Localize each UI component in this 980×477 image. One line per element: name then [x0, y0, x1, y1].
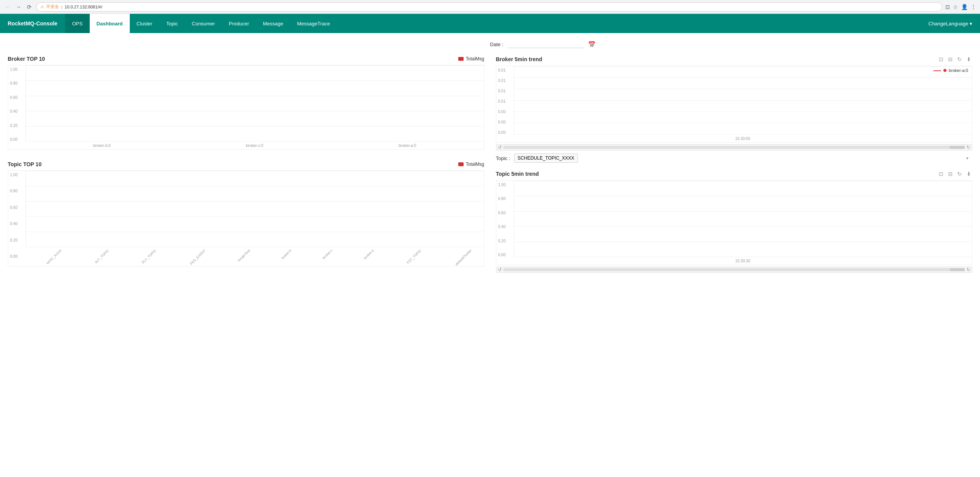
- topic-trend-area: [514, 181, 972, 257]
- broker-top10-section: Broker TOP 10 TotalMsg 1.00 0.80 0.60 0.…: [8, 56, 484, 150]
- topic-trend-actions: ⊡ ⊟ ↻ ⬇: [938, 170, 972, 177]
- broker-trend-title: Broker 5min trend: [496, 56, 543, 62]
- broker-trend-header: Broker 5min trend ⊡ ⊟ ↻ ⬇: [496, 56, 973, 63]
- topic-expand-icon[interactable]: ⊡: [938, 170, 945, 177]
- back-button[interactable]: ←: [4, 3, 12, 11]
- menu-icon[interactable]: ⋮: [971, 4, 976, 10]
- broker-trend-y-axis: 0.01 0.01 0.01 0.01 0.00 0.00 0.00: [496, 66, 514, 135]
- topic-download-icon[interactable]: ⬇: [965, 170, 972, 177]
- broker-trend-chart: broker-a:0 0.01 0.01 0.01 0.01 0.00 0.00…: [496, 66, 973, 143]
- topic-top10-legend: TotalMsg: [458, 162, 484, 167]
- scroll-thumb[interactable]: [950, 146, 965, 149]
- select-arrow-icon: ▼: [965, 156, 969, 160]
- nav-cluster[interactable]: Cluster: [130, 14, 159, 33]
- broker-trend-section: Broker 5min trend ⊡ ⊟ ↻ ⬇ broker-a:0: [496, 56, 973, 163]
- topic-scroll-right-btn[interactable]: ↻: [967, 267, 970, 272]
- topic-top10-x-axis: %PIC_XXXX ALT_TOPIC PLY_TOPIC FED_EVENT …: [25, 247, 484, 266]
- topic-selector-row: Topic : SCHEDULE_TOPIC_XXXX ALT_TOPIC PL…: [496, 153, 973, 163]
- topic-top10-section: Topic TOP 10 TotalMsg 1.00 0.80 0.60 0.4…: [8, 161, 484, 267]
- reload-button[interactable]: ⟳: [25, 3, 33, 11]
- security-warning: 不安全: [46, 4, 59, 10]
- topic-trend-chart: 1.00 0.80 0.60 0.40 0.20 0.00: [496, 180, 973, 265]
- topic-refresh-icon[interactable]: ↻: [956, 170, 963, 177]
- restore-icon[interactable]: ⊟: [947, 56, 954, 63]
- topic-top10-grid: [26, 171, 484, 247]
- top-nav: RocketMQ-Console OPS Dashboard Cluster T…: [0, 14, 980, 33]
- broker-top10-grid: [26, 65, 484, 141]
- topic-scroll-track: [503, 268, 965, 271]
- broker-trend-grid: [514, 66, 972, 134]
- left-column: Broker TOP 10 TotalMsg 1.00 0.80 0.60 0.…: [8, 56, 484, 273]
- forward-button[interactable]: →: [15, 3, 22, 11]
- date-input[interactable]: [507, 41, 584, 48]
- broker-top10-x-axis: broker-b:0 broker-c:0 broker-a:0: [25, 142, 484, 149]
- bookmark-icon[interactable]: ☆: [953, 4, 958, 10]
- topic-top10-title: Topic TOP 10: [8, 161, 42, 167]
- cast-icon[interactable]: ⊡: [945, 4, 950, 10]
- date-row: Date : 📅: [490, 41, 973, 48]
- topic-trend-x-axis: 15:30:30: [514, 257, 972, 265]
- broker-trend-actions: ⊡ ⊟ ↻ ⬇: [938, 56, 972, 63]
- topic-top10-header: Topic TOP 10 TotalMsg: [8, 161, 484, 167]
- nav-producer[interactable]: Producer: [222, 14, 256, 33]
- nav-messagetrace[interactable]: MessageTrace: [290, 14, 337, 33]
- topic-trend-y-axis: 1.00 0.80 0.60 0.40 0.20 0.00: [496, 181, 514, 257]
- broker-top10-y-axis: 1.00 0.80 0.60 0.40 0.20 0.00: [8, 65, 25, 142]
- change-language[interactable]: ChangeLanguage ▾: [921, 14, 980, 33]
- topic-trend-grid: [514, 181, 972, 257]
- broker-top10-legend: TotalMsg: [458, 56, 484, 62]
- scroll-right-btn[interactable]: ↻: [967, 145, 970, 150]
- topic-select[interactable]: SCHEDULE_TOPIC_XXXX ALT_TOPIC PLY_TOPIC …: [514, 153, 578, 163]
- topic-top10-chart: 1.00 0.80 0.60 0.40 0.20 0.00: [8, 170, 484, 267]
- topic-trend-header: Topic 5min trend ⊡ ⊟ ↻ ⬇: [496, 170, 973, 177]
- broker-trend-x-axis: 15:30:00: [514, 135, 972, 142]
- topic-selector-label: Topic :: [496, 155, 511, 161]
- broker-trend-area: [514, 66, 972, 135]
- topic-top10-legend-color: [458, 162, 464, 166]
- address-text: 10.0.27.132:8081/#/: [65, 5, 102, 9]
- topic-top10-area: [25, 171, 484, 247]
- topic-top10-y-axis: 1.00 0.80 0.60 0.40 0.20 0.00: [8, 171, 25, 259]
- nav-message[interactable]: Message: [256, 14, 290, 33]
- browser-icons: ⊡ ☆ 👤 ⋮: [945, 4, 976, 10]
- topic-scroll-left-btn[interactable]: ↺: [498, 267, 502, 272]
- broker-top10-legend-label: TotalMsg: [466, 56, 484, 62]
- nav-ops[interactable]: OPS: [65, 14, 89, 33]
- right-column: Broker 5min trend ⊡ ⊟ ↻ ⬇ broker-a:0: [496, 56, 973, 273]
- topic-select-wrapper: SCHEDULE_TOPIC_XXXX ALT_TOPIC PLY_TOPIC …: [514, 153, 972, 163]
- nav-consumer[interactable]: Consumer: [185, 14, 222, 33]
- topic-trend-section: Topic 5min trend ⊡ ⊟ ↻ ⬇ 1.00 0.80 0.60 …: [496, 170, 973, 273]
- browser-chrome: ← → ⟳ ⚠ 不安全 | 10.0.27.132:8081/#/ ⊡ ☆ 👤 …: [0, 0, 980, 14]
- topic-scroll-thumb[interactable]: [950, 268, 965, 271]
- scroll-left-btn[interactable]: ↺: [498, 145, 502, 150]
- app-title: RocketMQ-Console: [0, 14, 65, 33]
- nav-topic[interactable]: Topic: [159, 14, 185, 33]
- main-content: Date : 📅 Broker TOP 10 TotalMsg 1.00: [0, 33, 980, 280]
- broker-trend-x-label: 15:30:00: [735, 137, 750, 141]
- download-icon[interactable]: ⬇: [965, 56, 972, 63]
- topic-trend-x-label: 15:30:30: [735, 259, 750, 263]
- broker-top10-header: Broker TOP 10 TotalMsg: [8, 56, 484, 62]
- calendar-icon[interactable]: 📅: [588, 41, 596, 48]
- topic-top10-legend-label: TotalMsg: [466, 162, 484, 167]
- expand-icon[interactable]: ⊡: [938, 56, 945, 63]
- nav-dashboard[interactable]: Dashboard: [90, 14, 130, 33]
- broker-top10-area: [25, 65, 484, 142]
- topic-trend-title: Topic 5min trend: [496, 171, 539, 177]
- topic-trend-scrollbar[interactable]: ↺ ↻: [496, 267, 973, 273]
- scroll-track: [503, 146, 965, 149]
- address-bar: ⚠ 不安全 | 10.0.27.132:8081/#/: [36, 2, 942, 12]
- refresh-icon[interactable]: ↻: [956, 56, 963, 63]
- broker-top10-title: Broker TOP 10: [8, 56, 45, 62]
- date-label: Date :: [490, 42, 504, 47]
- profile-icon[interactable]: 👤: [961, 4, 968, 10]
- security-icon: ⚠: [40, 5, 44, 9]
- dashboard-grid: Broker TOP 10 TotalMsg 1.00 0.80 0.60 0.…: [8, 56, 972, 273]
- broker-top10-legend-color: [458, 57, 464, 61]
- broker-trend-scrollbar[interactable]: ↺ ↻: [496, 144, 973, 150]
- broker-top10-chart: 1.00 0.80 0.60 0.40 0.20 0.00: [8, 65, 484, 150]
- topic-restore-icon[interactable]: ⊟: [947, 170, 954, 177]
